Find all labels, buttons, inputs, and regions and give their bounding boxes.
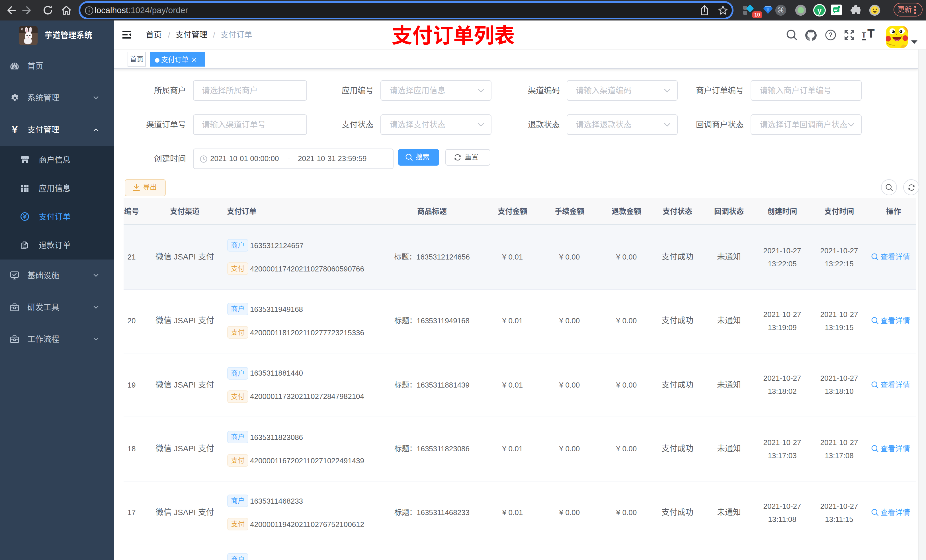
svg-text:⌘: ⌘ bbox=[777, 6, 784, 14]
svg-text:y: y bbox=[817, 6, 822, 15]
svg-text:?: ? bbox=[829, 31, 832, 38]
